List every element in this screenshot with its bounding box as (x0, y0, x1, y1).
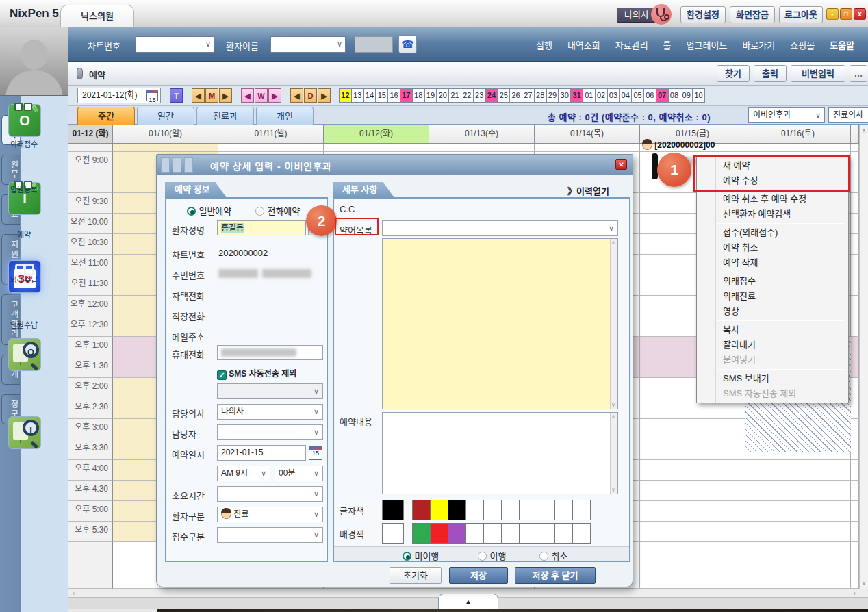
scroll-up-icon[interactable]: ∧ (860, 126, 868, 136)
status-radio-pending[interactable]: 미이행 (403, 549, 439, 562)
day-cell-08[interactable]: 08 (668, 88, 681, 103)
menu-item-예약 삭제[interactable]: 예약 삭제 (697, 255, 848, 270)
font-color-swatch[interactable] (554, 500, 573, 520)
bg-color-current[interactable] (382, 523, 404, 544)
top-menu-item-자료관리[interactable]: 자료관리 (615, 38, 648, 51)
abbr-list-select[interactable]: ∨ (382, 220, 618, 236)
bg-color-swatch[interactable] (572, 523, 591, 544)
vertical-scrollbar[interactable]: ∧ ∨ (859, 125, 868, 589)
schedule-cell[interactable] (745, 501, 851, 522)
clinic-tab[interactable]: 닉스의원 (60, 5, 134, 27)
day-cell-24[interactable]: 24 (485, 88, 498, 103)
day-cell-27[interactable]: 27 (522, 88, 535, 103)
password-entry-button[interactable]: 비번입력 (791, 65, 845, 82)
schedule-cell[interactable] (535, 144, 640, 152)
bg-color-swatch[interactable] (501, 523, 520, 544)
day-cell-18[interactable]: 18 (412, 88, 425, 103)
date-picker[interactable]: 2021-01-12(화) 15 (77, 88, 161, 103)
save-button[interactable]: 저장 (449, 567, 508, 584)
sms-phone-button[interactable]: ☎ (398, 35, 417, 53)
menu-item-선택환자 예약검색[interactable]: 선택환자 예약검색 (697, 207, 848, 222)
font-color-swatch[interactable] (501, 500, 520, 520)
schedule-cell[interactable] (113, 144, 218, 152)
font-color-swatch[interactable] (465, 500, 484, 520)
top-menu-item-도움말[interactable]: 도움말 (830, 38, 854, 51)
top-menu-item-쇼핑몰[interactable]: 쇼핑몰 (790, 38, 815, 51)
bg-color-swatch[interactable] (483, 523, 502, 544)
day-cell-25[interactable]: 25 (497, 88, 510, 103)
print-button[interactable]: 출력 (754, 65, 787, 82)
prev-month-icon[interactable]: ◀ (192, 88, 205, 103)
day-header-01/16(토)[interactable]: 01/16(토) (745, 125, 851, 144)
memo-textarea[interactable] (382, 412, 618, 494)
next-month-icon[interactable]: ▶ (219, 88, 232, 103)
status-radio-cancel[interactable]: 취소 (539, 549, 567, 562)
textarea-scrollbar[interactable] (610, 239, 617, 409)
day-cell-01[interactable]: 01 (583, 88, 596, 103)
day-cell-20[interactable]: 20 (436, 88, 449, 103)
day-cell-10[interactable]: 10 (692, 88, 705, 103)
menu-item-예약 취소[interactable]: 예약 취소 (697, 240, 848, 255)
외래접수-icon[interactable]: O✎ (8, 104, 41, 137)
bg-color-swatch[interactable] (430, 523, 448, 544)
day-cell-06[interactable]: 06 (643, 88, 656, 103)
mobile-input[interactable] (217, 345, 323, 360)
menu-item-접수(외래접수)[interactable]: 접수(외래접수) (697, 225, 848, 240)
week-button[interactable]: W (255, 88, 268, 103)
doctor-select[interactable]: 나의사∨ (217, 404, 323, 420)
day-header-01/10(일)[interactable]: 01/10(일) (113, 125, 218, 144)
bg-color-swatch[interactable] (412, 523, 431, 544)
tab-일간[interactable]: 일간 (137, 107, 194, 125)
bg-color-swatch[interactable] (537, 523, 555, 544)
bg-color-swatch[interactable] (519, 523, 537, 544)
next-week-icon[interactable]: ▶ (268, 88, 281, 103)
sms-exclude-checkbox[interactable]: ✓ SMS 자동전송 제외 (217, 367, 296, 380)
patient-name-combo[interactable]: ∨ (270, 36, 346, 53)
bg-color-swatch[interactable] (465, 523, 484, 544)
day-cell-12[interactable]: 12 (339, 88, 352, 103)
day-cell-21[interactable]: 21 (448, 88, 461, 103)
logout-button[interactable]: 로그아웃 (779, 6, 823, 23)
doctor-select[interactable]: 진료의사∨ (828, 107, 868, 123)
menu-item-외래접수[interactable]: 외래접수 (697, 274, 848, 289)
top-menu-item-내역조회[interactable]: 내역조회 (567, 38, 600, 51)
font-color-swatch[interactable] (448, 500, 466, 520)
top-menu-item-실행[interactable]: 실행 (536, 38, 552, 51)
외래수납-icon[interactable]: O (8, 338, 41, 371)
font-color-swatch[interactable] (537, 500, 555, 520)
font-color-swatch[interactable] (412, 500, 431, 520)
day-header-01/14(목)[interactable]: 01/14(목) (535, 125, 640, 144)
schedule-cell[interactable] (218, 144, 324, 152)
bg-color-swatch[interactable] (554, 523, 573, 544)
calendar-icon[interactable]: 15 (309, 446, 322, 460)
schedule-cell[interactable] (745, 460, 851, 481)
day-cell-03[interactable]: 03 (607, 88, 620, 103)
reservation-date-input[interactable]: 2021-01-15 (217, 445, 306, 461)
day-header-01/12(화)[interactable]: 01/12(화) (324, 125, 429, 144)
today-button[interactable]: T (170, 88, 183, 103)
reset-button[interactable]: 초기화 (390, 567, 442, 584)
schedule-cell[interactable] (640, 419, 745, 439)
menu-item-복사[interactable]: 복사 (697, 322, 848, 337)
day-cell-19[interactable]: 19 (424, 88, 437, 103)
restore-button[interactable]: □ (840, 8, 852, 20)
day-cell-31[interactable]: 31 (570, 88, 583, 103)
day-cell-22[interactable]: 22 (461, 88, 474, 103)
입원수납-icon[interactable]: I (8, 416, 41, 449)
prev-day-icon[interactable]: ◀ (290, 88, 303, 103)
next-day-icon[interactable]: ▶ (318, 88, 331, 103)
calendar-icon[interactable]: 15 (146, 90, 158, 101)
day-button[interactable]: D (304, 88, 317, 103)
department-select[interactable]: 이비인후과∨ (748, 107, 825, 123)
menu-item-잘라내기[interactable]: 잘라내기 (697, 337, 848, 353)
font-color-swatch[interactable] (430, 500, 448, 520)
staff-select[interactable]: ∨ (217, 424, 323, 440)
schedule-cell[interactable] (745, 144, 851, 152)
bg-color-swatch[interactable] (448, 523, 466, 544)
status-radio-done[interactable]: 이행 (478, 549, 506, 562)
minute-select[interactable]: 00분∨ (275, 466, 323, 481)
schedule-cell[interactable] (640, 481, 745, 501)
schedule-cell[interactable] (745, 522, 851, 542)
dialog-close-icon[interactable]: ✕ (615, 159, 627, 170)
month-button[interactable]: M (205, 88, 218, 103)
